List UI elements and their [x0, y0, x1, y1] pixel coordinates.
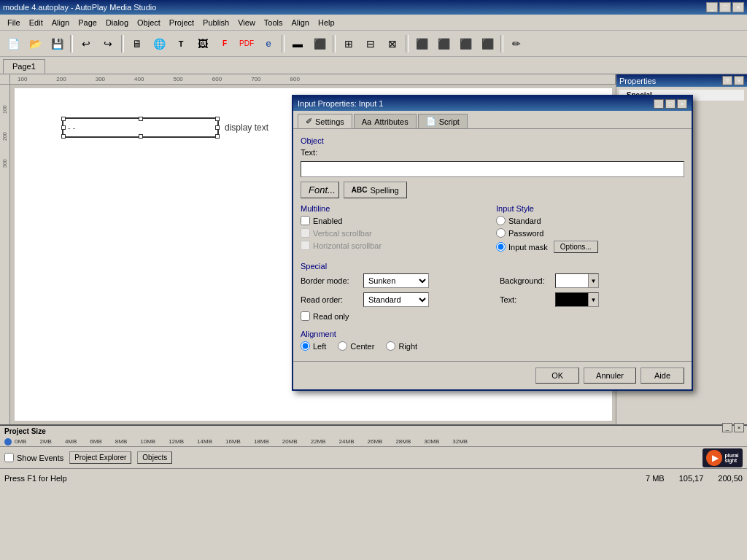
text-field-label: Text:: [301, 148, 322, 157]
tab-attributes[interactable]: Aa Attributes: [354, 114, 417, 128]
background-color-row: Background: ▼: [500, 273, 684, 288]
standard-radio-row: Standard: [496, 216, 684, 225]
vertical-scrollbar-label: Vertical scrollbar: [313, 229, 372, 238]
script-tab-icon: 📄: [426, 117, 436, 126]
input-mask-radio[interactable]: [496, 242, 506, 252]
dialog-title-text: Input Properties: Input 1: [298, 99, 654, 108]
vertical-scrollbar-checkbox[interactable]: [301, 228, 310, 238]
font-button[interactable]: Font...: [301, 182, 339, 198]
dialog-close-button[interactable]: ×: [677, 99, 687, 109]
standard-radio[interactable]: [496, 216, 506, 225]
background-color-arrow[interactable]: ▼: [588, 274, 598, 287]
align-center-label: Center: [350, 342, 374, 351]
aide-button[interactable]: Aide: [640, 368, 684, 384]
align-center-row: Center: [338, 341, 374, 351]
two-col-section: Multiline Enabled Vertical scrollbar Hor…: [301, 204, 684, 256]
read-order-label: Read order:: [301, 295, 359, 304]
tab-script[interactable]: 📄 Script: [418, 114, 468, 128]
align-right-radio[interactable]: [386, 341, 395, 351]
read-order-select[interactable]: Standard Right to Left: [363, 292, 429, 307]
text-color-arrow[interactable]: ▼: [588, 293, 598, 306]
align-right-label: Right: [398, 342, 417, 351]
border-mode-label: Border mode:: [301, 276, 359, 285]
dialog-overlay: Input Properties: Input 1 _ □ × ✐ Settin…: [0, 0, 747, 560]
options-button[interactable]: Options...: [554, 241, 598, 253]
tab-settings[interactable]: ✐ Settings: [298, 114, 352, 128]
alignment-section: Alignment Left Center Right: [301, 330, 684, 354]
attributes-tab-icon: Aa: [362, 117, 371, 126]
password-radio[interactable]: [496, 228, 506, 238]
enabled-checkbox[interactable]: [301, 216, 310, 225]
align-left-row: Left: [301, 341, 326, 351]
object-section-label: Object: [301, 136, 684, 145]
settings-tab-icon: ✐: [306, 117, 312, 126]
alignment-radios: Left Center Right: [301, 341, 684, 354]
input-style-label: Input Style: [496, 204, 684, 213]
horizontal-scrollbar-checkbox[interactable]: [301, 241, 310, 250]
text-color-button[interactable]: ▼: [555, 292, 599, 307]
align-left-radio[interactable]: [301, 341, 310, 351]
object-section: Object Text: Font... ABC Spelling: [301, 136, 684, 198]
dialog-body: Object Text: Font... ABC Spelling: [293, 129, 692, 361]
alignment-section-label: Alignment: [301, 330, 684, 338]
read-only-label: Read only: [313, 312, 349, 321]
password-radio-row: Password: [496, 228, 684, 238]
background-color-button[interactable]: ▼: [555, 273, 599, 288]
password-radio-label: Password: [508, 229, 543, 238]
align-left-label: Left: [313, 342, 326, 351]
font-spelling-buttons: Font... ABC Spelling: [301, 182, 684, 198]
horizontal-scrollbar-row: Horizontal scrollbar: [301, 241, 489, 250]
align-center-radio[interactable]: [338, 341, 347, 351]
read-only-row: Read only: [301, 311, 485, 321]
text-input-container: [301, 161, 684, 177]
annuler-button[interactable]: Annuler: [584, 368, 636, 384]
input-mask-radio-row: Input mask Options...: [496, 241, 684, 253]
border-mode-row: Border mode: Sunken Raised None Flat: [301, 273, 485, 288]
standard-radio-label: Standard: [508, 217, 541, 225]
multiline-label: Multiline: [301, 204, 489, 213]
horizontal-scrollbar-label: Horizontal scrollbar: [313, 241, 382, 250]
input-properties-dialog: Input Properties: Input 1 _ □ × ✐ Settin…: [292, 95, 693, 391]
border-mode-select[interactable]: Sunken Raised None Flat: [363, 273, 429, 288]
text-row: Text:: [301, 148, 684, 157]
background-color-swatch: [556, 274, 588, 287]
special-left: Border mode: Sunken Raised None Flat Rea…: [301, 273, 485, 324]
dialog-title-buttons[interactable]: _ □ ×: [654, 99, 687, 109]
read-only-checkbox[interactable]: [301, 311, 310, 321]
special-content: Border mode: Sunken Raised None Flat Rea…: [301, 273, 684, 324]
special-section-label: Special: [301, 262, 684, 271]
input-style-section: Input Style Standard Password Input mask…: [496, 204, 684, 256]
text-color-swatch: [556, 293, 588, 306]
align-right-row: Right: [386, 341, 417, 351]
background-color-label: Background:: [500, 276, 551, 285]
ok-button[interactable]: OK: [535, 368, 579, 384]
spelling-button[interactable]: ABC Spelling: [344, 182, 407, 198]
multiline-section: Multiline Enabled Vertical scrollbar Hor…: [301, 204, 489, 256]
special-right: Background: ▼ Text: ▼: [500, 273, 684, 324]
dialog-minimize-button[interactable]: _: [654, 99, 664, 109]
dialog-title-bar: Input Properties: Input 1 _ □ ×: [293, 96, 692, 111]
special-section: Special Border mode: Sunken Raised None …: [301, 262, 684, 324]
dialog-footer: OK Annuler Aide: [293, 361, 692, 389]
spelling-icon: ABC: [352, 186, 368, 194]
dialog-tab-bar: ✐ Settings Aa Attributes 📄 Script: [293, 111, 692, 129]
read-order-row: Read order: Standard Right to Left: [301, 292, 485, 307]
text-color-label: Text:: [500, 295, 551, 304]
dialog-maximize-button[interactable]: □: [665, 99, 676, 109]
text-field[interactable]: [301, 161, 684, 177]
text-color-row: Text: ▼: [500, 292, 684, 307]
vertical-scrollbar-row: Vertical scrollbar: [301, 228, 489, 238]
enabled-row: Enabled: [301, 216, 489, 225]
input-mask-radio-label: Input mask: [508, 243, 548, 252]
enabled-label: Enabled: [313, 217, 342, 225]
